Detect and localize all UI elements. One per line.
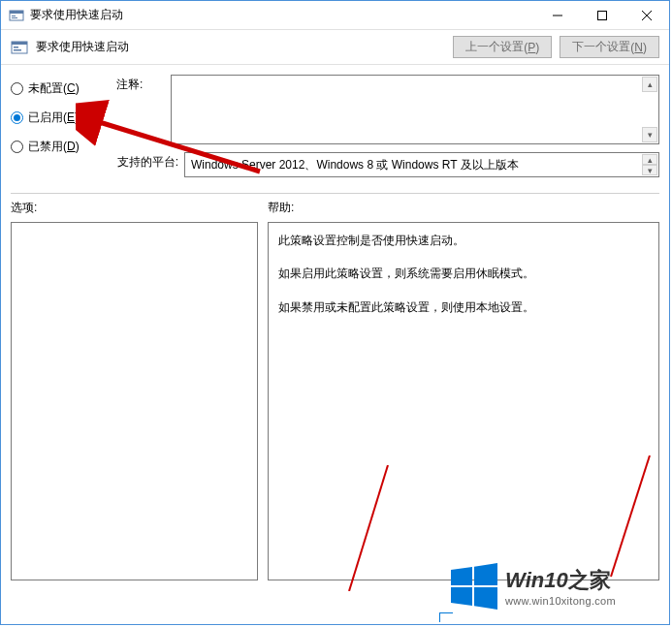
comment-textarea[interactable]: ▴ ▾ bbox=[171, 75, 659, 144]
svg-rect-1 bbox=[10, 11, 23, 14]
radio-label: 已禁用(D) bbox=[28, 139, 80, 155]
toolbar: 要求使用快速启动 上一个设置(P) 下一个设置(N) bbox=[1, 30, 669, 65]
help-label: 帮助: bbox=[268, 200, 659, 216]
platform-row: 支持的平台: Windows Server 2012、Windows 8 或 W… bbox=[116, 152, 659, 177]
minimize-button[interactable] bbox=[535, 1, 580, 29]
svg-rect-10 bbox=[14, 47, 18, 48]
window-controls bbox=[535, 1, 669, 29]
fields-column: 注释: ▴ ▾ 支持的平台: Windows Server 2012、Windo… bbox=[116, 75, 659, 185]
content-area: 未配置(C) 已启用(E) 已禁用(D) 注释: ▴ bbox=[1, 65, 669, 586]
maximize-button[interactable] bbox=[580, 1, 624, 29]
help-box[interactable]: 此策略设置控制是否使用快速启动。 如果启用此策略设置，则系统需要启用休眠模式。 … bbox=[268, 222, 659, 580]
radio-label: 未配置(C) bbox=[28, 80, 80, 97]
help-section: 帮助: 此策略设置控制是否使用快速启动。 如果启用此策略设置，则系统需要启用休眠… bbox=[268, 200, 659, 580]
top-row: 未配置(C) 已启用(E) 已禁用(D) 注释: ▴ bbox=[11, 75, 659, 185]
previous-setting-button[interactable]: 上一个设置(P) bbox=[453, 36, 552, 58]
radio-icon bbox=[11, 111, 23, 124]
radio-not-configured[interactable]: 未配置(C) bbox=[11, 79, 103, 97]
options-label: 选项: bbox=[11, 200, 258, 216]
options-box[interactable] bbox=[11, 222, 258, 580]
platform-field: Windows Server 2012、Windows 8 或 Windows … bbox=[184, 152, 659, 177]
radio-icon bbox=[11, 82, 23, 95]
dialog-window: 要求使用快速启动 要求使用快速启动 上一个设置(P) 下一个设置(N) bbox=[0, 0, 670, 625]
button-bar-partial bbox=[439, 612, 453, 622]
radio-enabled[interactable]: 已启用(E) bbox=[11, 109, 103, 126]
window-title: 要求使用快速启动 bbox=[30, 7, 535, 23]
app-icon bbox=[9, 8, 24, 23]
svg-rect-9 bbox=[12, 42, 27, 45]
radio-label: 已启用(E) bbox=[28, 110, 79, 126]
scroll-down-icon[interactable]: ▾ bbox=[642, 127, 657, 142]
platform-label: 支持的平台: bbox=[116, 152, 184, 171]
radio-group: 未配置(C) 已启用(E) 已禁用(D) bbox=[11, 75, 103, 185]
radio-icon bbox=[11, 141, 23, 153]
scroll-up-icon[interactable]: ▴ bbox=[642, 77, 657, 92]
comment-row: 注释: ▴ ▾ bbox=[116, 75, 659, 144]
policy-icon bbox=[11, 39, 28, 56]
options-section: 选项: bbox=[11, 200, 258, 580]
help-paragraph: 此策略设置控制是否使用快速启动。 bbox=[278, 231, 649, 250]
close-button[interactable] bbox=[624, 1, 669, 29]
divider bbox=[11, 193, 659, 194]
comment-label: 注释: bbox=[116, 75, 171, 93]
bottom-row: 选项: 帮助: 此策略设置控制是否使用快速启动。 如果启用此策略设置，则系统需要… bbox=[11, 200, 659, 580]
scroll-up-icon[interactable]: ▴ bbox=[642, 154, 657, 165]
next-setting-button[interactable]: 下一个设置(N) bbox=[560, 36, 659, 58]
svg-rect-2 bbox=[12, 16, 16, 16]
svg-rect-3 bbox=[12, 17, 17, 18]
toolbar-title: 要求使用快速启动 bbox=[36, 39, 445, 55]
svg-rect-11 bbox=[14, 49, 21, 51]
scroll-down-icon[interactable]: ▾ bbox=[642, 165, 657, 175]
svg-rect-5 bbox=[598, 11, 607, 19]
help-paragraph: 如果禁用或未配置此策略设置，则使用本地设置。 bbox=[278, 298, 649, 317]
titlebar: 要求使用快速启动 bbox=[1, 1, 669, 30]
help-paragraph: 如果启用此策略设置，则系统需要启用休眠模式。 bbox=[278, 264, 649, 283]
radio-disabled[interactable]: 已禁用(D) bbox=[11, 138, 103, 155]
